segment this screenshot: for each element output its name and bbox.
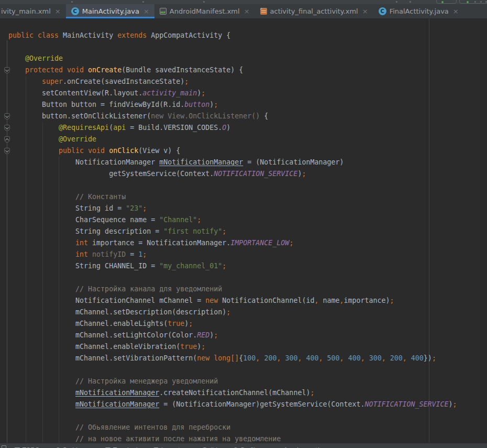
tab-mainactivity-java[interactable]: CMainActivity.java× [66, 4, 154, 18]
tab-close-icon[interactable]: × [244, 8, 250, 15]
tool-window-layout-icon[interactable] [2, 445, 6, 448]
code-line: NotificationManager mNotificationManager… [8, 157, 487, 168]
code-line: CharSequence name = "Channel"; [8, 214, 487, 226]
manifest-file-icon: MF [160, 8, 167, 15]
code-line: mChannel.enableVibration(true); [8, 341, 487, 353]
layout-xml-icon [260, 8, 267, 15]
toolbar-icon [474, 1, 476, 3]
tab-label: ivity_main.xml [1, 7, 51, 15]
java-class-icon: C [379, 7, 386, 15]
code-line: super.onCreate(savedInstanceState); [8, 76, 487, 88]
code-line: String CHANNEL_ID = "my_channel_01"; [8, 260, 487, 272]
code-line: mChannel.setDescription(description); [8, 307, 487, 318]
code-area[interactable]: public class MainActivity extends AppCom… [8, 18, 487, 443]
run-configurations-box[interactable] [436, 0, 457, 4]
tab-finalacttivity-java[interactable]: CFinalActtivity.java× [373, 4, 464, 18]
code-line: // Настройка канала для уведомлений [8, 283, 487, 295]
code-line: // на новое активити после нажатия на ув… [8, 433, 487, 443]
code-line [8, 272, 487, 283]
tab-androidmanifest-xml[interactable]: MFAndroidManifest.xml× [154, 4, 255, 18]
code-line: NotificationChannel mChannel = new Notif… [8, 295, 487, 307]
code-line: @Override [8, 53, 487, 64]
code-line: String id = "23"; [8, 203, 487, 214]
code-line [8, 41, 487, 53]
tab-bar: ivity_main.xml×CMainActivity.java×MFAndr… [0, 4, 487, 18]
code-line: protected void onCreate(Bundle savedInst… [8, 64, 487, 76]
code-line: mChannel.enableLights(true); [8, 318, 487, 330]
code-line: // Обьявление интентов для переброски [8, 422, 487, 433]
code-line: @Override [8, 134, 487, 145]
gutter-fold-line [7, 40, 7, 443]
toolbar-icon [409, 1, 411, 3]
code-line: public void onClick(View v) { [8, 145, 487, 157]
toolbar-icon [71, 1, 73, 3]
code-line: int notifyID = 1; [8, 249, 487, 260]
code-line: @RequiresApi(api = Build.VERSION_CODES.O… [8, 122, 487, 134]
tab-label: MainActivity.java [82, 7, 139, 15]
java-class-icon: C [71, 7, 79, 15]
main-toolbar-strip [0, 0, 487, 4]
toolbar-icon [396, 1, 397, 3]
code-line: // Настройка менеджера уведомлений [8, 376, 487, 387]
tab-close-icon[interactable]: × [143, 8, 149, 15]
fold-marker-up-icon[interactable] [4, 136, 10, 143]
code-line [8, 364, 487, 376]
tab-label: AndroidManifest.xml [170, 7, 240, 15]
code-line: public class MainActivity extends AppCom… [8, 30, 487, 41]
tab-label: activity_final_acttivity.xml [270, 7, 358, 15]
fold-marker-down-icon[interactable] [4, 67, 10, 73]
fold-marker-down-icon[interactable] [4, 148, 10, 154]
editor[interactable]: public class MainActivity extends AppCom… [0, 18, 487, 443]
tab-close-icon[interactable]: × [55, 8, 61, 15]
code-line: Button button = findViewById(R.id.button… [8, 99, 487, 111]
android-studio-window: ivity_main.xml×CMainActivity.java×MFAndr… [0, 0, 487, 448]
code-line: button.setOnClickListener(new View.OnCli… [8, 111, 487, 122]
code-line: setContentView(R.layout.activity_main); [8, 88, 487, 99]
run-status-dot [441, 1, 444, 3]
code-line: String description = "first notify"; [8, 226, 487, 237]
tab-label: FinalActtivity.java [390, 7, 449, 15]
code-line: int importance = NotificationManager.IMP… [8, 237, 487, 249]
tab-activity-final-acttivity-xml[interactable]: activity_final_acttivity.xml× [255, 4, 373, 18]
device-selector-box[interactable] [459, 0, 487, 4]
code-line: mChannel.setVibrationPattern(new long[]{… [8, 353, 487, 364]
code-line: mNotificationManager = (NotificationMana… [8, 399, 487, 410]
toolbar-icon [142, 1, 144, 3]
code-line [8, 180, 487, 191]
toolbar-icon [203, 1, 205, 3]
fold-marker-down-icon[interactable] [4, 113, 10, 119]
code-line: // Константы [8, 191, 487, 203]
device-status-dot [467, 1, 469, 3]
code-line: getSystemService(Context.NOTIFICATION_SE… [8, 168, 487, 180]
code-line: mChannel.setLightColor(Color.RED); [8, 330, 487, 341]
tab-close-icon[interactable]: × [362, 8, 368, 15]
tab-ivity-main-xml[interactable]: ivity_main.xml× [0, 4, 66, 18]
toolbar-icon [480, 1, 482, 3]
tab-close-icon[interactable]: × [453, 8, 459, 15]
code-line [8, 410, 487, 422]
tool-window-bar: TODOProblemsTerminalLogcatBuildProfilerA… [0, 443, 487, 448]
fold-marker-down-icon[interactable] [4, 125, 10, 131]
code-line: mNotificationManager.createNotificationC… [8, 387, 487, 399]
